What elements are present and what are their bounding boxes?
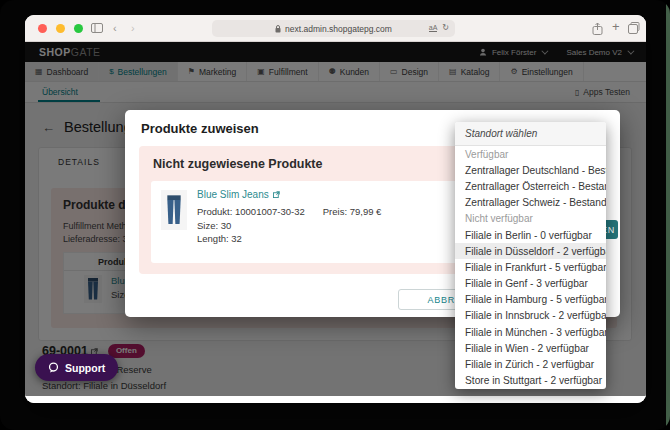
dropdown-group-label: Verfügbar xyxy=(455,146,606,162)
support-button[interactable]: Support xyxy=(35,354,118,381)
modal-title: Produkte zuweisen xyxy=(141,121,259,136)
product-link[interactable]: Blue Slim Jeans xyxy=(197,189,280,200)
dropdown-option[interactable]: Filiale in Hamburg - 5 verfügbar xyxy=(455,292,606,308)
close-window-button[interactable] xyxy=(38,24,47,33)
dropdown-option[interactable]: Filiale in Genf - 3 verfügbar xyxy=(455,276,606,292)
dropdown-option[interactable]: Filiale in Wien - 2 verfügbar xyxy=(455,340,606,356)
forward-button[interactable]: › xyxy=(131,21,135,35)
reload-icon[interactable]: ↻ xyxy=(442,23,449,32)
external-link-icon xyxy=(273,191,280,198)
dropdown-option[interactable]: Filiale in Innsbruck - 2 verfügbar xyxy=(455,308,606,324)
browser-window: ‹ › next.admin.shopgatepg.com aA ↻ + xyxy=(25,15,646,403)
section-heading: Nicht zugewiesene Produkte xyxy=(153,157,322,171)
translate-icon[interactable]: aA xyxy=(429,24,438,32)
dropdown-options-list: VerfügbarZentrallager Deutschland - Best… xyxy=(455,146,606,389)
tab-overview-icon[interactable] xyxy=(628,22,640,34)
product-size-line: Size: 30 xyxy=(197,220,231,231)
page-viewport: SHOPGATE Felix Förster Sales Demo V2 ▦Da… xyxy=(25,42,646,403)
padlock-icon xyxy=(275,25,281,33)
sidebar-toggle-icon[interactable] xyxy=(91,23,103,33)
product-thumbnail xyxy=(161,190,187,230)
share-icon[interactable] xyxy=(592,22,603,35)
location-dropdown: Standort wählen VerfügbarZentrallager De… xyxy=(455,122,606,389)
dropdown-placeholder-option[interactable]: Standort wählen xyxy=(455,122,606,146)
dropdown-option[interactable]: Filiale in Frankfurt - 5 verfügbar xyxy=(455,259,606,275)
url-text: next.admin.shopgatepg.com xyxy=(285,24,392,34)
desktop-background-edge xyxy=(666,0,670,430)
screenshot-canvas: ‹ › next.admin.shopgatepg.com aA ↻ + xyxy=(0,0,670,430)
minimize-window-button[interactable] xyxy=(56,24,65,33)
dropdown-option[interactable]: Filiale in München - 3 verfügbar xyxy=(455,324,606,340)
dropdown-option[interactable]: Store in Stuttgart - 2 verfügbar xyxy=(455,373,606,389)
dropdown-group-label: Nicht verfügbar xyxy=(455,211,606,227)
back-button[interactable]: ‹ xyxy=(113,21,117,35)
chat-bubble-icon xyxy=(48,362,59,373)
dropdown-option[interactable]: Filiale in Zürich - 2 verfügbar xyxy=(455,356,606,372)
dropdown-option[interactable]: Filiale in Berlin - 0 verfügbar xyxy=(455,227,606,243)
zoom-window-button[interactable] xyxy=(74,24,83,33)
dropdown-option[interactable]: Filiale in Düsseldorf - 2 verfügbar xyxy=(455,243,606,259)
new-tab-icon[interactable]: + xyxy=(612,20,620,34)
address-bar[interactable]: next.admin.shopgatepg.com aA ↻ xyxy=(212,20,455,37)
product-meta-line: Produkt: 10001007-30-32Preis: 79,99 € xyxy=(197,206,381,217)
dropdown-option[interactable]: Zentrallager Österreich - Bestand ignori… xyxy=(455,178,606,194)
dropdown-option[interactable]: Zentrallager Schweiz - Bestand ignoriert xyxy=(455,195,606,211)
dropdown-option[interactable]: Zentrallager Deutschland - Bestand ignor… xyxy=(455,162,606,178)
product-length-line: Length: 32 xyxy=(197,233,242,244)
browser-toolbar: ‹ › next.admin.shopgatepg.com aA ↻ + xyxy=(25,15,646,42)
